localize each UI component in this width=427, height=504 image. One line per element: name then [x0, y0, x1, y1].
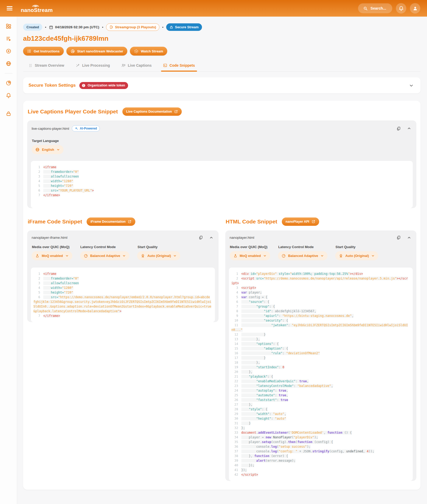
hamburger-menu-icon[interactable] — [6, 5, 13, 12]
get-instructions-button[interactable]: Get Instructions — [23, 47, 64, 56]
start-quality-select[interactable]: Auto (Original) — [335, 251, 378, 260]
terminal-icon — [163, 63, 167, 67]
moq-select[interactable]: MoQ enabled — [230, 251, 270, 260]
streamgroup-label: Streamgroup (3 Playouts) — [115, 25, 156, 29]
target-language-label: Target Language — [32, 139, 416, 143]
start-quality-select[interactable]: Auto (Original) — [137, 251, 180, 260]
tab-live-processing[interactable]: Live Processing — [75, 61, 111, 71]
org-token-badge: Organization wide token — [79, 82, 128, 89]
live-captions-filename: live-captions-player.html — [32, 127, 69, 131]
brand-name: nanoStream — [21, 7, 53, 13]
tab-code-snippets[interactable]: Code Snippets — [162, 61, 196, 71]
captions-person-icon — [121, 63, 125, 67]
moq-icon — [35, 254, 39, 258]
moq-select[interactable]: MoQ enabled — [32, 251, 72, 260]
play-circle-icon — [134, 49, 138, 53]
copy-code-icon[interactable] — [396, 235, 401, 240]
live-captions-snippet-title: Live Captions Player Code Snippet — [28, 108, 118, 115]
lock-icon — [170, 25, 173, 29]
iframe-code: 1<iframe2 frameborder="0"3 allowfullscre… — [31, 268, 215, 322]
start-webcaster-button[interactable]: Start nanoStream Webcaster — [66, 47, 128, 56]
start-quality-control: Start Quality Auto (Original) — [335, 245, 378, 260]
latency-mode-select[interactable]: Balanced Adaptive — [278, 251, 327, 260]
search-input[interactable]: Search... — [358, 3, 392, 13]
code-snippets-card: Live Captions Player Code Snippet Live C… — [23, 101, 421, 490]
external-link-icon — [128, 220, 131, 223]
copy-code-icon[interactable] — [199, 235, 203, 240]
secure-stream-label: Secure Stream — [175, 25, 199, 29]
alert-icon — [81, 83, 86, 88]
tab-live-captions[interactable]: Live Captions — [120, 61, 153, 71]
secure-token-title: Secure Token Settings — [29, 83, 76, 88]
moq-control: Media over QUIC (MoQ) MoQ enabled — [32, 245, 72, 260]
action-buttons-row: Get Instructions Start nanoStream Webcas… — [23, 47, 421, 56]
iframe-snippet-column: iFrame Code Snippet iFrame Documentation… — [27, 217, 219, 326]
grid-dots-icon — [29, 64, 32, 67]
globe-icon[interactable] — [6, 61, 11, 66]
html-code: 1<div id="playerDiv" style="width:100%; … — [229, 268, 413, 481]
iframe-documentation-button[interactable]: iFrame Documentation — [87, 217, 135, 226]
bell-icon — [398, 6, 404, 11]
top-bar: nanoStream Search... — [0, 0, 427, 17]
chevron-down-icon — [122, 254, 126, 257]
watch-stream-button[interactable]: Watch Stream — [130, 47, 167, 56]
live-captions-documentation-button[interactable]: Live Captions Documentation — [122, 107, 182, 116]
iframe-snippet-title: iFrame Code Snippet — [28, 219, 82, 225]
chevron-down-icon — [263, 254, 267, 257]
sidebar — [0, 17, 17, 504]
latency-control: Latency Control Mode Balanced Adaptive — [80, 245, 130, 260]
ai-powered-badge: AI-Powered — [72, 125, 100, 132]
playlist-icon[interactable] — [6, 36, 11, 42]
chevron-down-icon — [173, 254, 177, 257]
live-captions-code: 1<iframe2 frameborder="0"3 allowfullscre… — [31, 161, 413, 208]
chevron-down-icon[interactable] — [409, 83, 414, 88]
main-content: Created 04/18/2026 02:30 pm (UTC) Stream… — [17, 17, 427, 504]
webcaster-aperture-icon — [71, 49, 75, 53]
search-placeholder: Search... — [370, 6, 386, 10]
collapse-chevron-up-icon[interactable] — [407, 126, 411, 131]
creation-date: 04/18/2026 02:30 pm (UTC) — [49, 25, 99, 29]
status-row: Created 04/18/2026 02:30 pm (UTC) Stream… — [23, 23, 421, 31]
html-snippet-title: HTML Code Snippet — [226, 219, 277, 225]
start-quality-control: Start Quality Auto (Original) — [137, 245, 180, 260]
collapse-chevron-up-icon[interactable] — [407, 236, 411, 240]
copy-code-icon[interactable] — [396, 126, 401, 131]
page-title: ab123cde45fgh-ijk6789lmn — [23, 35, 421, 43]
gauge-icon — [84, 254, 88, 258]
lock-icon[interactable] — [6, 111, 11, 117]
calendar-icon — [49, 25, 53, 29]
collapse-chevron-up-icon[interactable] — [209, 236, 213, 240]
account-button[interactable] — [410, 3, 420, 13]
target-language-select[interactable]: English — [32, 145, 64, 154]
quality-medal-icon — [141, 254, 145, 258]
tab-bar: Stream Overview Live Processing Live Cap… — [23, 61, 421, 72]
live-captions-panel: live-captions-player.html AI-Powered — [27, 120, 416, 208]
search-icon — [363, 6, 368, 11]
pie-chart-icon[interactable] — [6, 80, 11, 86]
add-circle-icon[interactable] — [6, 48, 11, 54]
dot-separator — [162, 27, 163, 28]
chevron-down-icon — [65, 254, 69, 257]
bell-icon[interactable] — [6, 93, 11, 98]
external-link-icon — [174, 110, 178, 113]
external-link-icon — [312, 220, 315, 223]
tab-stream-overview[interactable]: Stream Overview — [27, 61, 65, 71]
gauge-icon — [282, 254, 286, 258]
latency-mode-select[interactable]: Balanced Adaptive — [80, 251, 130, 260]
html-filename: nanoplayer.html — [230, 236, 254, 240]
dashboard-icon[interactable] — [6, 23, 11, 29]
secure-token-settings-card[interactable]: Secure Token Settings Organization wide … — [23, 77, 421, 93]
html-snippet-column: HTML Code Snippet nanoPlayer API nanopla… — [225, 217, 417, 485]
quality-medal-icon — [339, 254, 343, 258]
date-text: 04/18/2026 02:30 pm (UTC) — [55, 25, 99, 29]
iframe-snippet-panel: nanoplayer-iframe.html — [27, 230, 219, 322]
sidebar-divider — [5, 73, 12, 73]
streamgroup-badge: Streamgroup (3 Playouts) — [106, 23, 159, 31]
notifications-button[interactable] — [396, 3, 406, 13]
nanoplayer-api-button[interactable]: nanoPlayer API — [282, 217, 319, 226]
sparkles-icon — [75, 127, 78, 130]
latency-control: Latency Control Mode Balanced Adaptive — [278, 245, 327, 260]
dot-separator — [45, 27, 46, 28]
status-badge-created: Created — [23, 24, 42, 31]
playout-device-icon — [109, 25, 113, 29]
